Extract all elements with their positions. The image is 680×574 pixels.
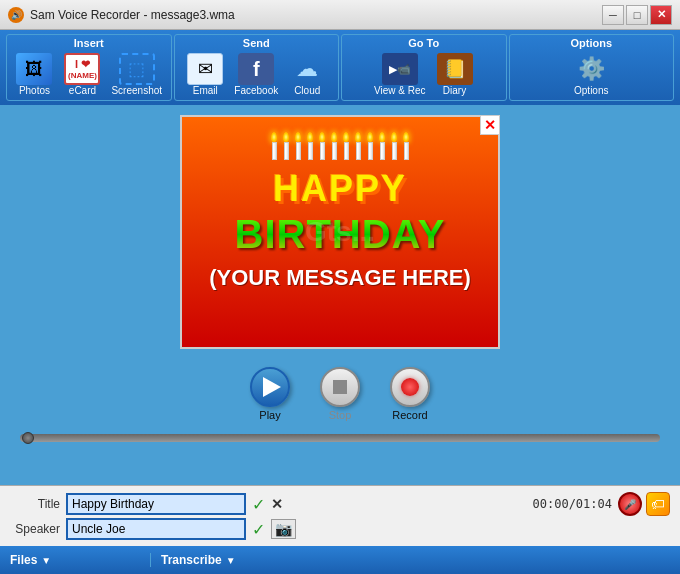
facebook-icon: f bbox=[238, 53, 274, 85]
toolbar-group-insert: Insert 🖼 Photos I ❤ (NAME) eCard ⬚ Scree… bbox=[6, 34, 172, 101]
toolbar-group-options: Options ⚙️ Options bbox=[509, 34, 675, 101]
facebook-button[interactable]: f Facebook bbox=[230, 51, 282, 98]
message-text: (YOUR MESSAGE HERE) bbox=[209, 265, 471, 291]
main-content: ✕ HAPPY BIRTHDAY bbox=[0, 105, 680, 485]
viewrec-button[interactable]: ▶📹 View & Rec bbox=[370, 51, 430, 98]
card-close-button[interactable]: ✕ bbox=[480, 115, 500, 135]
email-icon: ✉ bbox=[187, 53, 223, 85]
red-mic-icon[interactable]: 🎤 bbox=[618, 492, 642, 516]
minimize-button[interactable]: ─ bbox=[602, 5, 624, 25]
title-form-label: Title bbox=[10, 497, 60, 511]
viewrec-icon: ▶📹 bbox=[382, 53, 418, 85]
transcribe-label: Transcribe bbox=[161, 553, 222, 567]
card-image: HAPPY BIRTHDAY Gts... (YOUR MESSAGE HERE… bbox=[182, 117, 498, 347]
ecard-label: eCard bbox=[69, 85, 96, 96]
files-label: Files bbox=[10, 553, 37, 567]
record-button[interactable]: Record bbox=[390, 367, 430, 421]
candle-3 bbox=[295, 132, 301, 160]
controls-row: Play Stop Record bbox=[250, 367, 430, 421]
screenshot-button[interactable]: ⬚ Screenshot bbox=[107, 51, 166, 98]
ecard-icon: I ❤ (NAME) bbox=[64, 53, 100, 85]
title-x-icon[interactable]: ✕ bbox=[271, 496, 283, 512]
options-label: Options bbox=[574, 85, 608, 96]
diary-label: Diary bbox=[443, 85, 466, 96]
title-input[interactable] bbox=[66, 493, 246, 515]
speaker-row: Speaker ✓ 📷 bbox=[10, 518, 670, 540]
progress-bar[interactable] bbox=[20, 434, 660, 442]
candle-5 bbox=[319, 132, 325, 160]
goto-group-label: Go To bbox=[408, 37, 439, 49]
toolbar-group-send: Send ✉ Email f Facebook ☁ Cloud bbox=[174, 34, 340, 101]
record-label: Record bbox=[392, 409, 427, 421]
candle-9 bbox=[367, 132, 373, 160]
candle-11 bbox=[391, 132, 397, 160]
insert-group-label: Insert bbox=[74, 37, 104, 49]
viewrec-label: View & Rec bbox=[374, 85, 426, 96]
candle-12 bbox=[403, 132, 409, 160]
candle-8 bbox=[355, 132, 361, 160]
title-bar: 🔊 Sam Voice Recorder - message3.wma ─ □ … bbox=[0, 0, 680, 30]
play-label: Play bbox=[259, 409, 280, 421]
files-chevron-icon: ▼ bbox=[41, 555, 51, 566]
candle-1 bbox=[271, 132, 277, 160]
ecard-button[interactable]: I ❤ (NAME) eCard bbox=[59, 51, 105, 98]
speaker-input[interactable] bbox=[66, 518, 246, 540]
toolbar-group-goto: Go To ▶📹 View & Rec 📒 Diary bbox=[341, 34, 507, 101]
title-check-icon[interactable]: ✓ bbox=[252, 495, 265, 514]
email-button[interactable]: ✉ Email bbox=[182, 51, 228, 98]
maximize-button[interactable]: □ bbox=[626, 5, 648, 25]
candle-7 bbox=[343, 132, 349, 160]
cloud-label: Cloud bbox=[294, 85, 320, 96]
card-preview: ✕ HAPPY BIRTHDAY bbox=[180, 115, 500, 349]
stop-icon bbox=[333, 380, 347, 394]
cloud-button[interactable]: ☁ Cloud bbox=[284, 51, 330, 98]
photos-label: Photos bbox=[19, 85, 50, 96]
candle-4 bbox=[307, 132, 313, 160]
diary-button[interactable]: 📒 Diary bbox=[432, 51, 478, 98]
app-icon: 🔊 bbox=[8, 7, 24, 23]
options-icon: ⚙️ bbox=[573, 53, 609, 85]
candle-6 bbox=[331, 132, 337, 160]
photos-icon: 🖼 bbox=[16, 53, 52, 85]
candle-2 bbox=[283, 132, 289, 160]
send-group-label: Send bbox=[243, 37, 270, 49]
options-button[interactable]: ⚙️ Options bbox=[568, 51, 614, 98]
progress-knob[interactable] bbox=[22, 432, 34, 444]
speaker-cam-icon[interactable]: 📷 bbox=[271, 519, 296, 539]
toolbar: Insert 🖼 Photos I ❤ (NAME) eCard ⬚ Scree… bbox=[0, 30, 680, 105]
time-display: 00:00/01:04 bbox=[533, 497, 612, 511]
orange-icon[interactable]: 🏷 bbox=[646, 492, 670, 516]
files-menu[interactable]: Files ▼ bbox=[0, 553, 150, 567]
stop-button[interactable]: Stop bbox=[320, 367, 360, 421]
screenshot-label: Screenshot bbox=[111, 85, 162, 96]
options-group-label: Options bbox=[570, 37, 612, 49]
title-row: Title ✓ ✕ 00:00/01:04 🎤 🏷 bbox=[10, 492, 670, 516]
close-button[interactable]: ✕ bbox=[650, 5, 672, 25]
progress-area bbox=[10, 434, 670, 450]
bottom-form: Title ✓ ✕ 00:00/01:04 🎤 🏷 Speaker ✓ 📷 bbox=[0, 485, 680, 546]
photos-button[interactable]: 🖼 Photos bbox=[11, 51, 57, 98]
window-title: Sam Voice Recorder - message3.wma bbox=[30, 8, 235, 22]
status-bar: Files ▼ Transcribe ▼ bbox=[0, 546, 680, 574]
candle-10 bbox=[379, 132, 385, 160]
candles-top-row bbox=[271, 132, 409, 160]
birthday-text: BIRTHDAY bbox=[235, 212, 446, 257]
diary-icon: 📒 bbox=[437, 53, 473, 85]
happy-text: HAPPY bbox=[273, 168, 407, 210]
transcribe-menu[interactable]: Transcribe ▼ bbox=[150, 553, 680, 567]
transcribe-chevron-icon: ▼ bbox=[226, 555, 236, 566]
email-label: Email bbox=[193, 85, 218, 96]
play-icon bbox=[263, 377, 281, 397]
play-button[interactable]: Play bbox=[250, 367, 290, 421]
screenshot-icon: ⬚ bbox=[119, 53, 155, 85]
stop-label: Stop bbox=[329, 409, 352, 421]
speaker-form-label: Speaker bbox=[10, 522, 60, 536]
cloud-icon: ☁ bbox=[289, 53, 325, 85]
speaker-check-icon[interactable]: ✓ bbox=[252, 520, 265, 539]
record-icon bbox=[401, 378, 419, 396]
facebook-label: Facebook bbox=[234, 85, 278, 96]
